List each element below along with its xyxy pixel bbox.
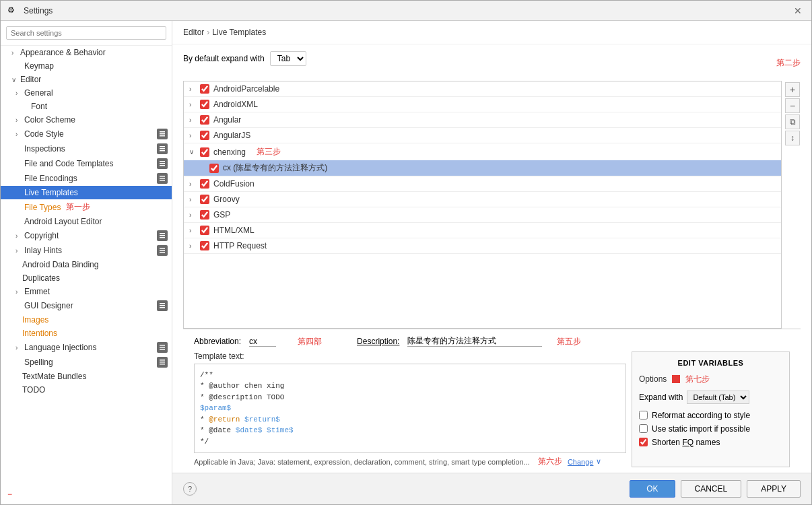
expand-arrow: › xyxy=(11,49,18,57)
template-group-groovy: › Groovy xyxy=(184,192,781,207)
add-template-button[interactable]: + xyxy=(785,82,800,97)
sidebar-item-duplicates[interactable]: Duplicates xyxy=(1,271,172,285)
expand-with-select[interactable]: Tab xyxy=(270,51,306,66)
sidebar-item-label: Color Scheme xyxy=(24,115,75,125)
group-arrow: › xyxy=(189,180,197,188)
sidebar-item-file-code-templates[interactable]: File and Code Templates xyxy=(1,156,172,171)
sidebar-item-gui-designer[interactable]: GUI Designer xyxy=(1,298,172,313)
annotation-step6: 第六步 xyxy=(538,456,562,467)
sidebar-item-label: Live Templates xyxy=(24,188,78,197)
static-import-checkbox[interactable] xyxy=(639,424,648,433)
group-header[interactable]: › ColdFusion xyxy=(184,176,781,191)
sidebar-item-inlay-hints[interactable]: › Inlay Hints xyxy=(1,243,172,258)
reformat-checkbox-row: Reformat according to style xyxy=(639,411,782,420)
svg-rect-10 xyxy=(160,178,165,179)
group-header[interactable]: › AndroidParcelable xyxy=(184,81,781,96)
sidebar-item-appearance[interactable]: › Appearance & Behavior xyxy=(1,46,172,59)
group-checkbox[interactable] xyxy=(200,210,209,220)
sidebar-item-android-data-binding[interactable]: Android Data Binding xyxy=(1,258,172,271)
group-checkbox[interactable] xyxy=(200,147,209,157)
sidebar-item-label: Spelling xyxy=(24,358,53,367)
sidebar-item-textmate[interactable]: TextMate Bundles xyxy=(1,370,172,383)
group-checkbox[interactable] xyxy=(200,226,209,235)
sidebar-item-code-style[interactable]: › Code Style xyxy=(1,127,172,141)
template-group-androidxml: › AndroidXML xyxy=(184,97,781,112)
group-header[interactable]: › Groovy xyxy=(184,192,781,207)
template-item-cx[interactable]: cx (陈星专有的方法注释方式) xyxy=(184,160,781,176)
group-header[interactable]: › HTTP Request xyxy=(184,238,781,253)
sidebar-item-file-encodings[interactable]: File Encodings xyxy=(1,171,172,186)
group-checkbox[interactable] xyxy=(200,179,209,189)
sidebar-item-label: Intentions xyxy=(22,329,57,338)
apply-button[interactable]: APPLY xyxy=(747,480,801,498)
expand-arrow: ∨ xyxy=(11,76,18,83)
annotation-step7: 第七步 xyxy=(685,374,710,385)
group-header[interactable]: ∨ chenxing 第三步 xyxy=(184,143,781,160)
svg-rect-23 xyxy=(160,349,165,350)
search-input[interactable] xyxy=(6,26,166,40)
cancel-button[interactable]: CANCEL xyxy=(681,480,742,498)
sidebar-item-font[interactable]: Font xyxy=(1,100,172,113)
search-bar[interactable] xyxy=(1,21,172,46)
group-header[interactable]: › AndroidXML xyxy=(184,97,781,112)
group-label: HTTP Request xyxy=(213,241,267,250)
close-button[interactable]: ✕ xyxy=(791,4,805,18)
group-header[interactable]: › GSP xyxy=(184,207,781,222)
sidebar-item-color-scheme[interactable]: › Color Scheme xyxy=(1,113,172,127)
sidebar-item-intentions[interactable]: Intentions xyxy=(1,327,172,340)
description-input[interactable] xyxy=(407,337,542,347)
group-arrow: ∨ xyxy=(189,148,197,156)
group-checkbox[interactable] xyxy=(200,115,209,125)
group-header[interactable]: › Angular xyxy=(184,112,781,127)
svg-rect-21 xyxy=(160,345,165,346)
item-checkbox[interactable] xyxy=(209,164,219,173)
group-checkbox[interactable] xyxy=(200,84,209,94)
sidebar-item-file-types[interactable]: File Types 第一步 xyxy=(1,199,172,215)
expand-with-options-row: Expand with Default (Tab) xyxy=(639,391,782,404)
move-template-button[interactable]: ↕ xyxy=(785,131,800,145)
sidebar-item-language-injections[interactable]: › Language Injections xyxy=(1,340,172,355)
shorten-fq-checkbox[interactable] xyxy=(639,438,648,446)
expand-with-options-select[interactable]: Default (Tab) xyxy=(687,391,749,404)
copy-template-button[interactable]: ⧉ xyxy=(785,114,800,129)
abbreviation-input[interactable] xyxy=(249,337,276,347)
reformat-checkbox[interactable] xyxy=(639,411,648,419)
sidebar-item-spelling[interactable]: Spelling xyxy=(1,355,172,370)
sidebar-item-android-layout[interactable]: Android Layout Editor xyxy=(1,215,172,228)
template-code-editor[interactable]: /** * @author chen xing * @description T… xyxy=(194,364,626,454)
settings-icon xyxy=(157,129,168,139)
change-link[interactable]: Change xyxy=(568,458,594,466)
code-line-1: /** xyxy=(200,370,620,381)
sidebar-item-images[interactable]: Images xyxy=(1,313,172,327)
main-bottom: Template text: /** * @author chen xing *… xyxy=(194,351,790,468)
svg-rect-9 xyxy=(160,176,165,177)
group-header[interactable]: › HTML/XML xyxy=(184,223,781,238)
code-line-5: * @return $return$ xyxy=(200,414,620,426)
settings-window: ⚙ Settings ✕ › Appearance & Behavior Key… xyxy=(0,0,812,505)
group-checkbox[interactable] xyxy=(200,195,209,204)
applicable-line: Applicable in Java; Java: statement, exp… xyxy=(194,456,626,467)
sidebar-item-live-templates[interactable]: Live Templates xyxy=(1,186,172,199)
sidebar-item-todo[interactable]: TODO xyxy=(1,383,172,397)
sidebar-item-keymap[interactable]: Keymap xyxy=(1,59,172,73)
group-checkbox[interactable] xyxy=(200,241,209,250)
ok-button[interactable]: OK xyxy=(630,480,675,498)
static-import-label: Use static import if possible xyxy=(652,424,750,434)
sidebar-item-label: Appearance & Behavior xyxy=(20,48,106,57)
svg-rect-16 xyxy=(160,250,165,251)
sidebar-item-copyright[interactable]: › Copyright xyxy=(1,228,172,243)
group-header[interactable]: › AngularJS xyxy=(184,128,781,143)
sidebar-item-inspections[interactable]: Inspections xyxy=(1,141,172,156)
sidebar: › Appearance & Behavior Keymap ∨ Editor … xyxy=(1,21,172,504)
group-checkbox[interactable] xyxy=(200,100,209,109)
edit-variables-panel: EDIT VARIABLES Options 第七步 Expand with D… xyxy=(632,351,790,468)
remove-template-button[interactable]: − xyxy=(785,98,800,113)
expand-with-options-label: Expand with xyxy=(639,393,683,402)
sidebar-item-editor[interactable]: ∨ Editor xyxy=(1,73,172,86)
panel-content: By default expand with Tab 第二步 xyxy=(172,44,811,473)
help-button[interactable]: ? xyxy=(183,482,197,496)
sidebar-item-general[interactable]: › General xyxy=(1,86,172,100)
group-checkbox[interactable] xyxy=(200,131,209,140)
footer: ? OK CANCEL APPLY xyxy=(172,473,811,504)
sidebar-item-emmet[interactable]: › Emmet xyxy=(1,285,172,298)
